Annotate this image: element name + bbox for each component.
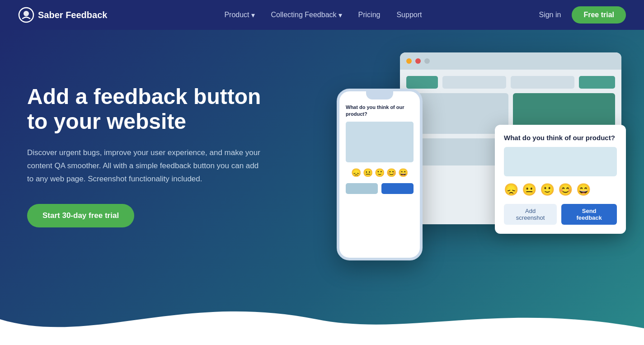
phone-widget-question: What do you think of our product? xyxy=(346,104,414,118)
svg-point-1 xyxy=(24,11,29,16)
nav-collecting-feedback[interactable]: Collecting Feedback ▾ xyxy=(271,11,342,19)
chevron-down-icon: ▾ xyxy=(338,11,342,19)
phone-emoji-happy[interactable]: 😊 xyxy=(386,168,396,178)
phone-widget-textarea[interactable] xyxy=(346,122,414,162)
chevron-down-icon: ▾ xyxy=(251,11,255,19)
browser-dot-gray xyxy=(424,58,430,64)
logo-icon xyxy=(18,7,34,23)
nav-links: Product ▾ Collecting Feedback ▾ Pricing … xyxy=(224,11,422,19)
nav-pricing[interactable]: Pricing xyxy=(358,11,381,19)
logo[interactable]: Saber Feedback xyxy=(18,7,107,23)
nav-product[interactable]: Product ▾ xyxy=(224,11,254,19)
nav-support[interactable]: Support xyxy=(396,11,422,19)
free-trial-button[interactable]: Free trial xyxy=(572,6,626,24)
feedback-widget-desktop: What do you think of our product? 😞 😐 🙂 … xyxy=(495,125,626,234)
emoji-very-happy[interactable]: 😄 xyxy=(576,183,591,197)
phone-emoji-very-happy[interactable]: 😄 xyxy=(398,168,408,178)
widget-question: What do you think of our product? xyxy=(504,134,617,142)
cta-button[interactable]: Start 30-day free trial xyxy=(27,204,134,227)
hero-illustration: What do you think of our product? 😞 😐 🙂 … xyxy=(337,52,626,306)
phone-emoji-neutral[interactable]: 🙂 xyxy=(375,168,385,178)
phone-add-screenshot-button[interactable] xyxy=(346,183,378,194)
phone-send-feedback-button[interactable] xyxy=(381,183,414,194)
phone-emoji-very-sad[interactable]: 😞 xyxy=(351,168,361,178)
widget-buttons: Add screenshot Send feedback xyxy=(504,204,617,225)
hero-content: Add a feedback button to your website Di… xyxy=(27,66,280,227)
navbar: Saber Feedback Product ▾ Collecting Feed… xyxy=(0,0,644,30)
widget-emojis: 😞 😐 🙂 😊 😄 xyxy=(504,183,617,197)
browser-bar xyxy=(400,52,621,70)
phone-emoji-sad[interactable]: 😐 xyxy=(363,168,373,178)
emoji-happy[interactable]: 😊 xyxy=(558,183,573,197)
phone-mockup: What do you think of our product? 😞 😐 🙂 … xyxy=(337,89,423,260)
phone-notch xyxy=(366,91,393,99)
nav-actions: Sign in Free trial xyxy=(539,6,626,24)
widget-textarea[interactable] xyxy=(504,147,617,176)
emoji-neutral[interactable]: 🙂 xyxy=(540,183,555,197)
add-screenshot-button[interactable]: Add screenshot xyxy=(504,204,557,225)
hero-description: Discover urgent bugs, improve your user … xyxy=(27,147,262,186)
hero-title: Add a feedback button to your website xyxy=(27,84,280,134)
phone-widget-emojis: 😞 😐 🙂 😊 😄 xyxy=(346,168,414,178)
browser-dot-orange xyxy=(406,58,412,64)
sign-in-link[interactable]: Sign in xyxy=(539,11,561,19)
phone-widget-buttons xyxy=(346,183,414,194)
emoji-sad[interactable]: 😐 xyxy=(522,183,536,197)
browser-dot-red xyxy=(415,58,421,64)
hero-section: Add a feedback button to your website Di… xyxy=(0,30,644,345)
emoji-very-sad[interactable]: 😞 xyxy=(504,183,518,197)
phone-content: What do you think of our product? 😞 😐 🙂 … xyxy=(339,99,420,198)
send-feedback-button[interactable]: Send feedback xyxy=(561,204,617,225)
